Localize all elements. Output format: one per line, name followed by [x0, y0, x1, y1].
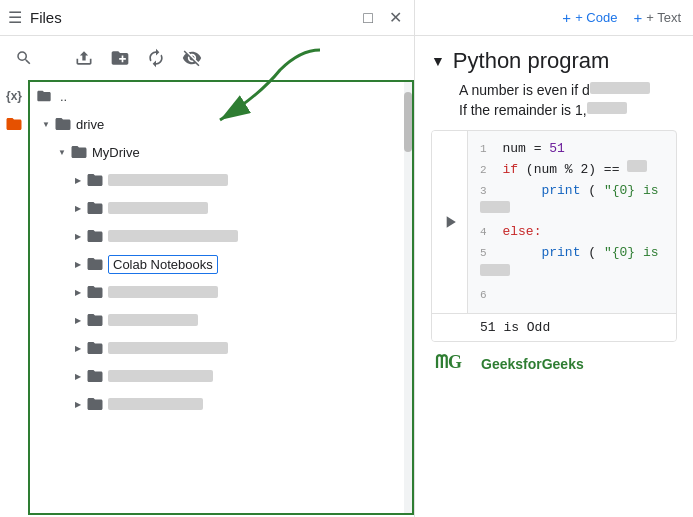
- maximize-button[interactable]: □: [359, 7, 377, 29]
- output-area: 51 is Odd: [432, 313, 676, 341]
- chevron-b2[interactable]: [70, 200, 86, 216]
- code-line-1: 1 num = 51: [480, 139, 664, 160]
- blurred-label-6: [108, 342, 228, 354]
- side-icons: {x}: [0, 80, 28, 140]
- variables-icon[interactable]: {x}: [2, 84, 26, 108]
- blurred-bullet-2: [587, 102, 627, 114]
- tree-item-blurred-5[interactable]: [30, 306, 412, 334]
- code-line-3: 3 print ( "{0} is: [480, 181, 664, 223]
- path-row: ..: [30, 82, 412, 110]
- tree-item-blurred-4[interactable]: [30, 278, 412, 306]
- gfg-logo: ᗰG GeeksforGeeks: [431, 350, 677, 378]
- upload-button[interactable]: [68, 42, 100, 74]
- blurred-code-2: [480, 201, 510, 213]
- blurred-code-3: [480, 264, 510, 276]
- blurred-label-3: [108, 230, 238, 242]
- blurred-label-5: [108, 314, 198, 326]
- chevron-b6[interactable]: [70, 340, 86, 356]
- gfg-icon: ᗰG: [435, 350, 475, 378]
- mount-drive-button[interactable]: [176, 42, 208, 74]
- chevron-b3[interactable]: [70, 228, 86, 244]
- mydrive-label: MyDrive: [92, 145, 140, 160]
- chevron-b1[interactable]: [70, 172, 86, 188]
- chevron-mydrive[interactable]: [54, 144, 70, 160]
- scrollbar-thumb[interactable]: [404, 92, 412, 152]
- run-button[interactable]: [432, 131, 468, 313]
- blurred-label-2: [108, 202, 208, 214]
- code-line-2: 2 if (num % 2) ==: [480, 160, 664, 181]
- blurred-bullet-1: [590, 82, 650, 94]
- tree-item-blurred-1[interactable]: [30, 166, 412, 194]
- output-text: 51 is Odd: [480, 320, 550, 335]
- gfg-text: GeeksforGeeks: [481, 356, 584, 372]
- colab-notebooks-label: Colab Notebooks: [108, 255, 218, 274]
- path-label: ..: [60, 89, 67, 104]
- files-topbar: ☰ Files □ ✕: [0, 0, 414, 36]
- chevron-b4[interactable]: [70, 284, 86, 300]
- notebook-content: ▼ Python program A number is even if d I…: [415, 36, 693, 517]
- blurred-code-1: [627, 160, 647, 172]
- chevron-colab[interactable]: [70, 256, 86, 272]
- chevron-drive[interactable]: [38, 116, 54, 132]
- tree-item-drive[interactable]: drive: [30, 110, 412, 138]
- code-cell: 1 num = 51 2 if (num % 2) == 3 prin: [431, 130, 677, 342]
- code-line-5: 5 print ( "{0} is: [480, 243, 664, 285]
- code-line-6: 6: [480, 285, 664, 306]
- add-text-button[interactable]: + + Text: [633, 9, 681, 26]
- blurred-label-7: [108, 370, 213, 382]
- files-title: Files: [30, 9, 351, 26]
- chevron-b5[interactable]: [70, 312, 86, 328]
- file-tree-panel: .. drive MyDrive: [28, 80, 414, 515]
- section-title: Python program: [453, 48, 610, 74]
- new-folder-button[interactable]: [104, 42, 136, 74]
- tree-item-mydrive[interactable]: MyDrive: [30, 138, 412, 166]
- bullet-item-2: If the remainder is 1,: [459, 102, 677, 118]
- bullet-list: A number is even if d If the remainder i…: [431, 82, 677, 118]
- drive-label: drive: [76, 117, 104, 132]
- close-button[interactable]: ✕: [385, 6, 406, 29]
- notebook-topbar: + + Code + + Text: [415, 0, 693, 36]
- refresh-button[interactable]: [140, 42, 172, 74]
- section-toggle[interactable]: ▼: [431, 53, 445, 69]
- left-panel: ☰ Files □ ✕ {x}: [0, 0, 415, 517]
- chevron-b7[interactable]: [70, 368, 86, 384]
- blurred-label-4: [108, 286, 218, 298]
- tree-item-blurred-6[interactable]: [30, 334, 412, 362]
- tree-item-blurred-3[interactable]: [30, 222, 412, 250]
- hamburger-icon[interactable]: ☰: [8, 8, 22, 27]
- code-line-4: 4 else:: [480, 222, 664, 243]
- section-header: ▼ Python program: [431, 48, 677, 74]
- chevron-b8[interactable]: [70, 396, 86, 412]
- files-toolbar: {x}: [0, 36, 414, 80]
- code-lines[interactable]: 1 num = 51 2 if (num % 2) == 3 prin: [468, 131, 676, 313]
- add-code-button[interactable]: + + Code: [562, 9, 617, 26]
- tree-item-blurred-2[interactable]: [30, 194, 412, 222]
- folder-icon-side[interactable]: [2, 112, 26, 136]
- file-tree[interactable]: drive MyDrive: [30, 110, 412, 418]
- bullet-item-1: A number is even if d: [459, 82, 677, 98]
- tree-item-colab-notebooks[interactable]: Colab Notebooks: [30, 250, 412, 278]
- blurred-label-8: [108, 398, 203, 410]
- code-cell-inner: 1 num = 51 2 if (num % 2) == 3 prin: [432, 131, 676, 313]
- tree-item-blurred-7[interactable]: [30, 362, 412, 390]
- right-panel: + + Code + + Text ▼ Python program A num…: [415, 0, 693, 517]
- blurred-label-1: [108, 174, 228, 186]
- svg-text:ᗰG: ᗰG: [435, 352, 462, 372]
- scrollbar[interactable]: [404, 82, 412, 513]
- search-button[interactable]: [8, 42, 40, 74]
- tree-item-blurred-8[interactable]: [30, 390, 412, 418]
